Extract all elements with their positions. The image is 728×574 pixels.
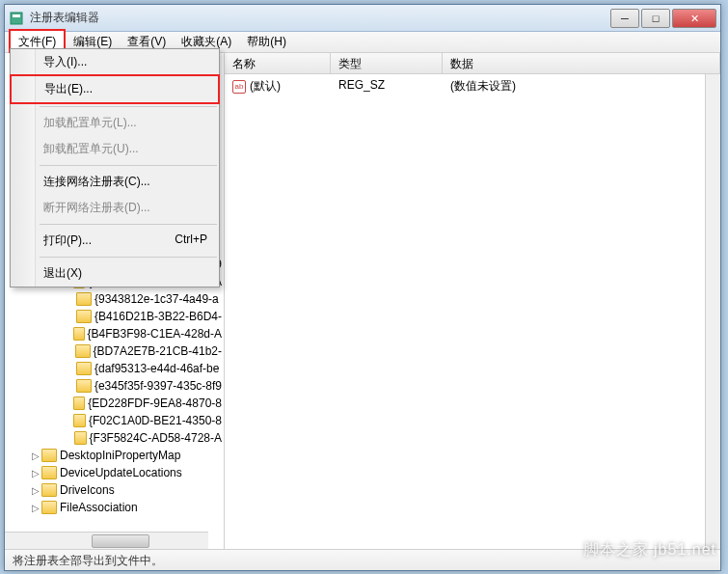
menu-import[interactable]: 导入(I)...: [11, 49, 219, 75]
tree-node-label: {B416D21B-3B22-B6D4-: [94, 310, 222, 323]
menu-separator: [40, 257, 217, 258]
tree-node[interactable]: {daf95313-e44d-46af-be: [7, 360, 222, 377]
menu-separator: [40, 224, 217, 225]
list-vscrollbar[interactable]: [705, 74, 720, 549]
tree-node-label: {F3F5824C-AD58-4728-A: [90, 431, 222, 445]
folder-icon: [41, 449, 57, 462]
folder-icon: [41, 483, 57, 497]
tree-node-label: {9343812e-1c37-4a49-a: [94, 292, 219, 306]
menu-help[interactable]: 帮助(H): [239, 31, 294, 53]
folder-icon: [76, 292, 92, 306]
folder-icon: [76, 379, 92, 393]
svg-rect-1: [13, 14, 20, 17]
folder-icon: [73, 414, 86, 427]
tree-node-label: {e345f35f-9397-435c-8f9: [94, 379, 222, 393]
app-icon: [9, 11, 24, 26]
tree-expander-icon[interactable]: ▷: [30, 485, 41, 496]
minimize-button[interactable]: ─: [610, 9, 639, 28]
list-body: ab(默认)REG_SZ(数值未设置): [225, 74, 720, 98]
tree-expander-icon[interactable]: ▷: [30, 468, 41, 478]
cell-type: REG_SZ: [331, 76, 443, 96]
scrollbar-thumb[interactable]: [92, 534, 149, 548]
tree-expander-icon[interactable]: ▷: [30, 503, 41, 513]
tree-node-label: DeviceUpdateLocations: [60, 466, 182, 479]
tree-node-label: DesktopIniPropertyMap: [60, 449, 180, 462]
folder-icon: [74, 431, 87, 445]
tree-hscrollbar[interactable]: [5, 532, 208, 549]
maximize-button[interactable]: □: [641, 9, 670, 28]
tree-node-label: DriveIcons: [60, 483, 115, 497]
menu-exit[interactable]: 退出(X): [11, 260, 219, 287]
tree-node-label: {daf95313-e44d-46af-be: [94, 362, 219, 375]
tree-node[interactable]: {F3F5824C-AD58-4728-A: [7, 429, 222, 447]
tree-expander-icon[interactable]: ▷: [30, 451, 41, 461]
col-header-data[interactable]: 数据: [443, 53, 720, 73]
tree-node-label: {ED228FDF-9EA8-4870-8: [88, 396, 222, 410]
titlebar[interactable]: 注册表编辑器 ─ □ ✕: [5, 5, 720, 32]
cell-data: (数值未设置): [443, 76, 720, 96]
col-header-type[interactable]: 类型: [331, 53, 443, 73]
tree-node[interactable]: ▷DriveIcons: [7, 481, 222, 499]
tree-node[interactable]: {F02C1A0D-BE21-4350-8: [7, 412, 222, 429]
tree-node[interactable]: {9343812e-1c37-4a49-a: [7, 290, 222, 308]
folder-icon: [73, 327, 85, 341]
menu-load-hive: 加载配置单元(L)...: [11, 110, 219, 136]
menu-separator: [40, 165, 217, 166]
close-button[interactable]: ✕: [672, 9, 716, 28]
tree-node[interactable]: {e345f35f-9397-435c-8f9: [7, 377, 222, 395]
tree-node-label: {B4FB3F98-C1EA-428d-A: [88, 327, 222, 341]
folder-icon: [76, 310, 92, 323]
tree-node-label: {BD7A2E7B-21CB-41b2-: [94, 344, 222, 358]
menu-unload-hive: 卸载配置单元(U)...: [11, 136, 219, 162]
menu-export[interactable]: 导出(E)...: [10, 74, 220, 104]
menu-print-shortcut: Ctrl+P: [175, 232, 207, 246]
file-dropdown-menu: 导入(I)... 导出(E)... 加载配置单元(L)... 卸载配置单元(U)…: [10, 48, 220, 287]
menu-print[interactable]: 打印(P)... Ctrl+P: [11, 228, 219, 254]
menu-print-label: 打印(P)...: [43, 233, 92, 247]
list-row[interactable]: ab(默认)REG_SZ(数值未设置): [225, 74, 720, 98]
menu-connect-network[interactable]: 连接网络注册表(C)...: [11, 169, 219, 195]
folder-icon: [41, 501, 57, 514]
string-value-icon: ab: [232, 80, 246, 94]
tree-node[interactable]: ▷DesktopIniPropertyMap: [7, 447, 222, 464]
tree-node[interactable]: {ED228FDF-9EA8-4870-8: [7, 395, 222, 412]
cell-name: ab(默认): [225, 76, 331, 96]
folder-icon: [75, 344, 90, 358]
tree-node-label: FileAssociation: [60, 501, 138, 514]
tree-node[interactable]: {B4FB3F98-C1EA-428d-A: [7, 325, 222, 342]
menu-disconnect-network: 断开网络注册表(D)...: [11, 195, 219, 221]
folder-icon: [73, 396, 85, 410]
tree-node-label: {F02C1A0D-BE21-4350-8: [89, 414, 222, 427]
col-header-name[interactable]: 名称: [225, 53, 331, 73]
tree-node[interactable]: {B416D21B-3B22-B6D4-: [7, 308, 222, 325]
tree-node[interactable]: {BD7A2E7B-21CB-41b2-: [7, 342, 222, 360]
tree-node[interactable]: ▷DeviceUpdateLocations: [7, 464, 222, 481]
folder-icon: [76, 362, 92, 375]
list-header: 名称 类型 数据: [225, 53, 720, 74]
window-controls: ─ □ ✕: [610, 9, 716, 28]
watermark: 脚本之家 jb51.net: [583, 540, 716, 560]
tree-node[interactable]: ▷FileAssociation: [7, 499, 222, 516]
list-pane: 名称 类型 数据 ab(默认)REG_SZ(数值未设置): [225, 53, 720, 549]
folder-icon: [41, 466, 57, 479]
window-title: 注册表编辑器: [30, 10, 610, 26]
menu-separator: [40, 106, 217, 107]
svg-rect-0: [11, 13, 22, 24]
